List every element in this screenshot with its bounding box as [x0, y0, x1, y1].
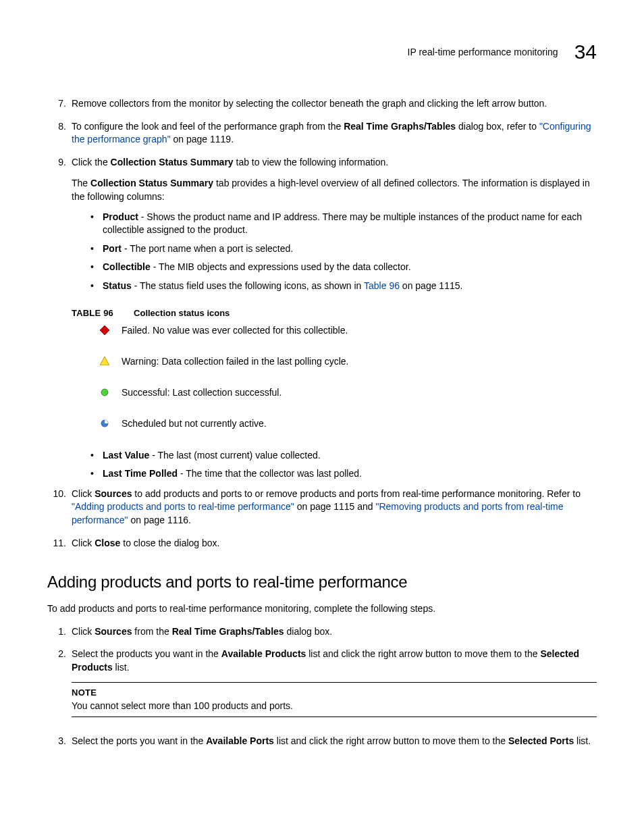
section-heading-adding-products: Adding products and ports to real-time p… [47, 573, 597, 592]
step-number: 1. [47, 625, 66, 639]
failed-icon [88, 325, 122, 335]
section-intro: To add products and ports to real-time p… [47, 602, 597, 616]
step-text: Click Sources to add products and ports … [72, 488, 597, 527]
svg-point-2 [101, 389, 108, 396]
link-adding-products[interactable]: "Adding products and ports to real-time … [72, 501, 294, 512]
bullet-icon: • [90, 467, 103, 481]
status-row-scheduled: Scheduled but not currently active. [88, 418, 597, 429]
page-header: IP real-time performance monitoring 34 [47, 41, 597, 63]
bullet-collectible: • Collectible - The MIB objects and expr… [90, 261, 597, 274]
step-text: Remove collectors from the monitor by se… [72, 97, 597, 111]
step-11: 11. Click Close to close the dialog box. [47, 537, 597, 550]
bullet-product: • Product - Shows the product name and I… [90, 211, 597, 237]
step-number: 2. [47, 648, 66, 725]
bullet-icon: • [90, 280, 103, 293]
status-row-failed: Failed. No value was ever collected for … [88, 325, 597, 336]
bullet-icon: • [90, 242, 103, 256]
chapter-number: 34 [574, 41, 597, 63]
header-title: IP real-time performance monitoring [408, 47, 558, 57]
bullet-status: • Status - The status field uses the fol… [90, 280, 597, 293]
section2-step-2: 2. Select the products you want in the A… [47, 648, 597, 725]
warning-icon [88, 357, 122, 365]
bullet-last-value: • Last Value - The last (most current) v… [90, 449, 597, 463]
success-icon [88, 388, 122, 396]
step-number: 7. [47, 97, 66, 111]
step-number: 8. [47, 120, 66, 147]
step-8: 8. To configure the look and feel of the… [47, 120, 597, 147]
bullet-last-polled: • Last Time Polled - The time that the c… [90, 467, 597, 481]
bullet-icon: • [90, 449, 103, 463]
bullet-list: • Product - Shows the product name and I… [72, 211, 597, 293]
step-7: 7. Remove collectors from the monitor by… [47, 97, 597, 111]
step-text: Select the products you want in the Avai… [72, 648, 597, 725]
note-label: NOTE [72, 687, 597, 699]
section2-step-3: 3. Select the ports you want in the Avai… [47, 735, 597, 748]
step-text: To configure the look and feel of the pe… [72, 120, 597, 147]
status-row-warning: Warning: Data collection failed in the l… [88, 356, 597, 367]
status-row-success: Successful: Last collection successful. [88, 387, 597, 398]
svg-marker-0 [100, 325, 109, 335]
step-text: Click Sources from the Real Time Graphs/… [72, 625, 597, 639]
bullet-icon: • [90, 211, 103, 237]
note-box: NOTE You cannot select more than 100 pro… [72, 682, 597, 717]
link-table-96[interactable]: Table 96 [364, 280, 400, 291]
step-number: 11. [47, 537, 66, 550]
svg-marker-1 [100, 357, 109, 365]
status-icon-table: Failed. No value was ever collected for … [88, 325, 597, 429]
step-9-followup: The Collection Status Summary tab provid… [72, 177, 597, 203]
bullet-port: • Port - The port name when a port is se… [90, 242, 597, 256]
step-number: 9. [47, 156, 66, 298]
step-text: Select the ports you want in the Availab… [72, 735, 597, 748]
table-96-label: TABLE 96Collection status icons [72, 308, 597, 318]
step-number: 3. [47, 735, 66, 748]
note-text: You cannot select more than 100 products… [72, 700, 597, 713]
bullet-icon: • [90, 261, 103, 274]
step-10: 10. Click Sources to add products and po… [47, 488, 597, 527]
step-9: 9. Click the Collection Status Summary t… [47, 156, 597, 298]
page: IP real-time performance monitoring 34 7… [0, 0, 644, 798]
step-text: Click the Collection Status Summary tab … [72, 156, 597, 298]
step-number: 10. [47, 488, 66, 527]
step-text: Click Close to close the dialog box. [72, 537, 597, 550]
scheduled-icon [88, 419, 122, 427]
section2-step-1: 1. Click Sources from the Real Time Grap… [47, 625, 597, 639]
